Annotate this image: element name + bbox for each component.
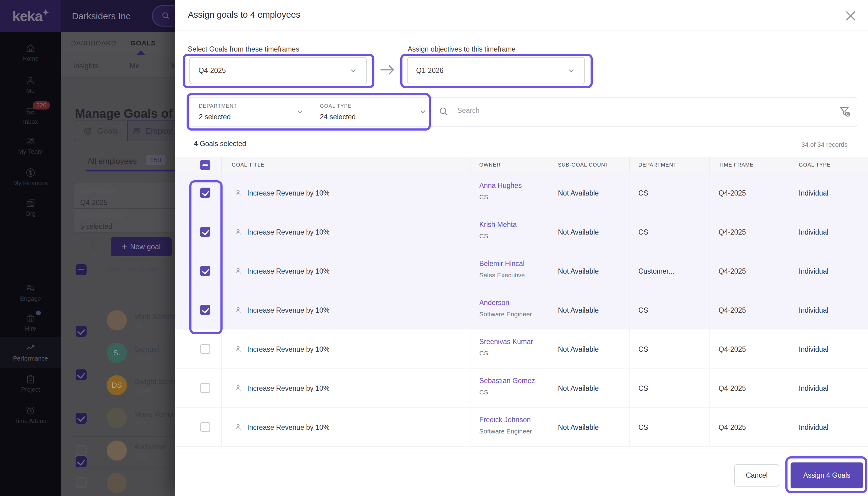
column-divider <box>470 157 470 173</box>
department: CS <box>639 189 648 197</box>
sub-goal-count: Not Available <box>558 423 599 432</box>
goal-row[interactable]: Increase Revenue by 10%Anna HughesCSNot … <box>175 173 868 212</box>
column-divider <box>790 407 790 446</box>
goal-search-input[interactable] <box>457 106 732 115</box>
column-divider <box>470 329 470 368</box>
sidebar-item-org[interactable]: Org <box>0 198 61 227</box>
employee-name: Mark Scottfie <box>134 312 177 321</box>
column-divider <box>709 157 710 173</box>
employee-id: #1046 <box>134 387 151 394</box>
goal-checkbox[interactable] <box>200 227 210 237</box>
column-divider <box>221 329 222 368</box>
owner-name-link[interactable]: Fredick Johnson <box>479 416 531 424</box>
sort-icon[interactable] <box>86 239 100 253</box>
tab-goals[interactable]: GOALS <box>130 40 156 47</box>
owner-name-link[interactable]: Krish Mehta <box>479 220 517 229</box>
time-frame: Q4-2025 <box>719 384 746 392</box>
goal-row[interactable]: Increase Revenue by 10%Belemir HincalSal… <box>175 251 868 290</box>
worker-type-value[interactable]: 5 selected <box>80 222 112 231</box>
avatar: DS <box>107 375 127 396</box>
all-employees-tab[interactable]: All employees <box>87 156 137 166</box>
column-divider <box>549 407 549 446</box>
avatar <box>107 408 127 428</box>
sidebar-item-engage[interactable]: Engage <box>0 283 61 312</box>
employee-checkbox[interactable] <box>76 456 86 467</box>
column-divider <box>709 173 710 212</box>
column-divider <box>709 212 710 251</box>
sidebar-item-me[interactable]: Me <box>0 75 61 105</box>
person-icon <box>234 384 242 392</box>
clear-filter-icon[interactable] <box>838 105 852 118</box>
search-icon <box>438 106 449 117</box>
goal-row[interactable]: Increase Revenue by 10%Krish MehtaCSNot … <box>175 212 868 251</box>
subtab-me[interactable]: Me <box>130 62 140 70</box>
view-tab-goals[interactable]: Goals <box>74 121 127 141</box>
select-all-goals-checkbox[interactable] <box>200 160 210 170</box>
time-frame: Q4-2025 <box>719 228 746 236</box>
sidebar-item-project[interactable]: Project <box>0 374 61 403</box>
column-divider <box>790 173 790 212</box>
goal-checkbox[interactable] <box>200 266 210 276</box>
column-divider <box>629 407 630 446</box>
person-icon <box>25 75 36 86</box>
employee-checkbox[interactable] <box>76 326 86 337</box>
sidebar-item-home[interactable]: Home <box>0 43 61 72</box>
cancel-button[interactable]: Cancel <box>734 464 779 486</box>
goal-checkbox[interactable] <box>200 188 210 198</box>
view-tab-employees[interactable]: Employ <box>127 121 176 141</box>
owner-name-link[interactable]: Sreenivas Kumar <box>479 338 533 346</box>
person-icon <box>234 306 242 314</box>
sidebar-item-performance[interactable]: Performance <box>0 343 61 372</box>
column-divider <box>470 407 470 446</box>
goal-checkbox[interactable] <box>200 305 210 315</box>
sidebar-item-inbox[interactable]: Inbox220 <box>0 106 61 136</box>
owner-name-link[interactable]: Sebastian Gomez <box>479 377 535 385</box>
owner-name-link[interactable]: Belemir Hincal <box>479 260 525 268</box>
goal-row[interactable]: Increase Revenue by 10%Fredick JohnsonSo… <box>175 407 868 447</box>
person-icon <box>234 228 242 236</box>
tab-dashboard[interactable]: DASHBOARD <box>71 40 116 47</box>
sub-goal-count: Not Available <box>558 228 599 236</box>
sidebar-item-my-team[interactable]: My Team <box>0 136 61 165</box>
trend-icon <box>25 343 36 353</box>
subtab-insights[interactable]: Insights <box>73 62 98 70</box>
goal-row[interactable]: Increase Revenue by 10%Sreenivas KumarCS… <box>175 329 868 369</box>
goal-checkbox[interactable] <box>200 422 210 432</box>
modal-title: Assign goals to 4 employees <box>188 10 300 20</box>
sidebar-item-my-finances[interactable]: My Finances <box>0 168 61 197</box>
chat-icon <box>25 283 36 293</box>
dollar-icon <box>25 168 36 178</box>
employee-name: Maya Kumar <box>134 410 176 419</box>
column-divider <box>629 173 630 212</box>
owner-role: CS <box>479 389 488 396</box>
to-timeframe-select[interactable]: Q1-2026 <box>407 57 585 84</box>
owner-name-link[interactable]: Anna Hughes <box>479 182 522 190</box>
employee-checkbox[interactable] <box>76 413 86 424</box>
sidebar-item-time-attend[interactable]: Time Attend <box>0 405 61 435</box>
sidebar-item-label: Engage <box>0 295 61 302</box>
owner-name-link[interactable]: Anderson <box>479 299 509 307</box>
records-count: 34 of 34 records <box>801 141 848 148</box>
goal-row[interactable]: Increase Revenue by 10%AndersonSoftware … <box>175 290 868 329</box>
department-filter-dropdown[interactable]: DEPARTMENT 2 selected <box>189 98 311 126</box>
company-name: Darksiders Inc <box>72 0 130 32</box>
column-divider <box>709 369 710 407</box>
select-all-employees-checkbox[interactable] <box>76 264 86 275</box>
employee-checkbox[interactable] <box>76 445 86 456</box>
sidebar-item-label: Inbox <box>0 118 61 125</box>
from-timeframe-select[interactable]: Q4-2025 <box>189 57 367 84</box>
keka-logo[interactable]: keka✦ <box>0 0 61 32</box>
list-filters-panel: TIME FRAME Q4-2025 WORKER TYPE 5 selecte… <box>74 183 177 233</box>
goal-type-filter-dropdown[interactable]: GOAL TYPE 24 selected <box>311 98 429 126</box>
close-icon[interactable] <box>843 9 858 23</box>
goal-row[interactable]: Increase Revenue by 10%Sebastian GomezCS… <box>175 369 868 407</box>
employee-checkbox[interactable] <box>76 477 86 489</box>
assign-goals-button[interactable]: Assign 4 Goals <box>790 463 863 489</box>
goal-checkbox[interactable] <box>200 344 210 354</box>
department: Customer... <box>639 267 674 276</box>
goal-type: Individual <box>799 267 829 276</box>
employee-id: #IN1 <box>134 452 147 460</box>
goal-checkbox[interactable] <box>200 383 210 393</box>
time-frame-value[interactable]: Q4-2025 <box>80 199 108 207</box>
new-goal-button[interactable]: + New goal <box>111 237 172 256</box>
